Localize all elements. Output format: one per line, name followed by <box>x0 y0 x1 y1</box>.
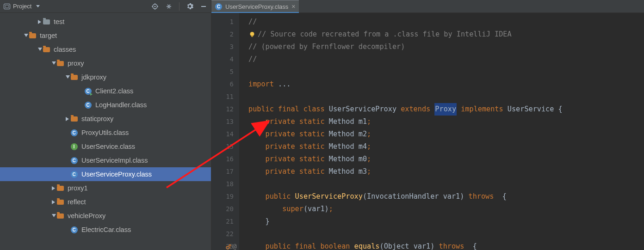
tree-item-label: target <box>40 32 57 39</box>
line-number[interactable]: 22 <box>211 228 234 240</box>
line-number[interactable]: 11 <box>211 91 234 103</box>
expand-arrow-icon[interactable] <box>51 186 56 190</box>
code-line[interactable]: private static Method m3; <box>248 165 644 178</box>
folder-icon <box>56 198 64 206</box>
code-line[interactable]: public final boolean equals(Object var1)… <box>248 240 644 250</box>
code-line[interactable]: public final class UserServiceProxy exte… <box>248 103 644 116</box>
tree-item[interactable]: CUserServiceImpl.class <box>0 153 211 167</box>
class-icon: C <box>70 157 78 164</box>
line-number[interactable]: 5 <box>211 66 234 78</box>
tree-item[interactable]: reflect <box>0 195 211 209</box>
class-runnable-icon: C <box>84 87 92 95</box>
folder-icon <box>43 18 50 25</box>
locate-icon[interactable] <box>151 3 159 10</box>
line-number[interactable]: 16 <box>211 153 234 165</box>
code-line[interactable]: public UserServiceProxy(InvocationHandle… <box>248 190 644 203</box>
line-number[interactable]: 12 <box>211 103 234 116</box>
tree-item[interactable]: target <box>0 29 211 43</box>
tree-item[interactable]: CElectricCar.class <box>0 223 211 237</box>
collapse-all-icon[interactable] <box>165 3 173 10</box>
class-icon: C <box>84 101 92 109</box>
line-number[interactable]: 17 <box>211 165 234 178</box>
line-number[interactable]: 18 <box>211 178 234 190</box>
code-line[interactable]: import ... <box>248 78 644 91</box>
class-icon: C <box>70 171 78 178</box>
line-number[interactable]: 14 <box>211 128 234 140</box>
expand-arrow-icon[interactable] <box>51 214 56 218</box>
tree-item[interactable]: CClient2.class <box>0 84 211 98</box>
project-header: Project <box>0 0 211 13</box>
code-line[interactable]: private static Method m4; <box>248 140 644 153</box>
tree-item[interactable]: vehicleProxy <box>0 209 211 223</box>
tree-item-label: ProxyUtils.class <box>81 129 129 136</box>
line-number[interactable]: 23@ <box>211 240 234 250</box>
line-number[interactable]: 20 <box>211 203 234 215</box>
tree-item[interactable]: classes <box>0 43 211 56</box>
code-line[interactable]: } <box>248 215 644 228</box>
code-line[interactable]: super(var1); <box>248 203 644 215</box>
folder-icon <box>70 73 78 81</box>
code-line[interactable] <box>248 178 644 190</box>
project-tree[interactable]: testtargetclassesproxyjdkproxyCClient2.c… <box>0 13 211 250</box>
line-number[interactable]: 21 <box>211 215 234 228</box>
minimize-icon[interactable] <box>200 3 207 10</box>
code-line[interactable] <box>248 66 644 78</box>
svg-marker-8 <box>38 20 41 24</box>
tree-item[interactable]: CProxyUtils.class <box>0 126 211 140</box>
line-number[interactable]: 13 <box>211 116 234 128</box>
close-icon[interactable]: × <box>291 3 295 10</box>
project-panel: Project testtargetclassesproxyjdkpro <box>0 0 211 250</box>
code-line[interactable] <box>248 228 644 240</box>
tree-item-label: test <box>54 18 64 25</box>
svg-marker-12 <box>66 75 70 79</box>
svg-marker-16 <box>52 214 56 217</box>
editor-tab-active[interactable]: C UserServiceProxy.class × <box>211 0 299 12</box>
folder-icon <box>29 32 36 39</box>
svg-point-17 <box>226 246 229 249</box>
tree-item[interactable]: proxy1 <box>0 181 211 195</box>
tree-item-label: proxy1 <box>68 184 88 192</box>
tree-item-label: Client2.class <box>95 87 133 95</box>
line-number[interactable]: 2 <box>211 28 234 41</box>
code-area[interactable]: //// Source code recreated from a .class… <box>239 13 644 250</box>
editor-body: 12345611121314151617181920212223@ //// S… <box>211 13 644 250</box>
line-number[interactable]: 3 <box>211 41 234 53</box>
line-number[interactable]: 1 <box>211 16 234 28</box>
code-line[interactable]: // Source code recreated from a .class f… <box>248 28 644 41</box>
line-number[interactable]: 6 <box>211 78 234 91</box>
code-line[interactable]: // (powered by Fernflower decompiler) <box>248 41 644 53</box>
expand-arrow-icon[interactable] <box>65 75 70 79</box>
chevron-down-icon <box>36 5 40 7</box>
interface-icon: I <box>70 143 78 150</box>
code-line[interactable]: private static Method m2; <box>248 128 644 140</box>
code-line[interactable]: private static Method m1; <box>248 116 644 128</box>
code-line[interactable]: // <box>248 53 644 66</box>
expand-arrow-icon[interactable] <box>37 20 43 24</box>
expand-arrow-icon[interactable] <box>65 117 70 121</box>
folder-icon <box>56 184 64 192</box>
code-line[interactable]: // <box>248 16 644 28</box>
gear-icon[interactable] <box>186 3 193 10</box>
override-marker-icon[interactable] <box>225 243 232 250</box>
project-title-dropdown[interactable]: Project <box>4 3 40 10</box>
expand-arrow-icon[interactable] <box>23 34 29 38</box>
tree-item[interactable]: CLogHandler.class <box>0 98 211 112</box>
code-line[interactable]: private static Method m0; <box>248 153 644 165</box>
tree-item[interactable]: CUserServiceProxy.class <box>0 167 211 181</box>
line-number[interactable]: 4 <box>211 53 234 66</box>
tree-item[interactable]: test <box>0 15 211 29</box>
intention-bulb-icon[interactable] <box>248 31 256 38</box>
expand-arrow-icon[interactable] <box>51 61 56 66</box>
code-line[interactable] <box>248 91 644 103</box>
line-number[interactable]: 19 <box>211 190 234 203</box>
line-number[interactable]: 15 <box>211 140 234 153</box>
tree-item[interactable]: proxy <box>0 56 211 70</box>
tree-item[interactable]: jdkproxy <box>0 70 211 84</box>
tree-item[interactable]: IUserService.class <box>0 140 211 153</box>
project-title-label: Project <box>13 3 31 10</box>
gutter[interactable]: 12345611121314151617181920212223@ <box>211 13 239 250</box>
expand-arrow-icon[interactable] <box>37 48 43 52</box>
tree-item[interactable]: staticproxy <box>0 112 211 126</box>
tree-item-label: staticproxy <box>81 115 113 122</box>
expand-arrow-icon[interactable] <box>51 200 56 204</box>
